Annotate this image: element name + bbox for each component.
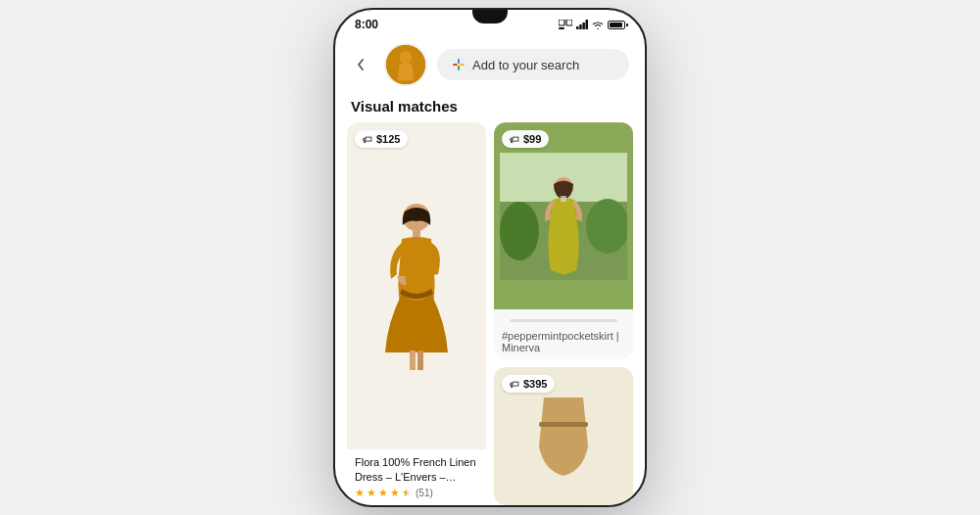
svg-point-20 (500, 202, 539, 260)
svg-rect-3 (576, 26, 579, 29)
results-grid: 🏷 $125 Flora 100% French Linen Dress – L… (335, 122, 645, 505)
svg-point-8 (400, 51, 413, 64)
svg-rect-26 (539, 422, 588, 427)
status-icons (559, 20, 625, 29)
section-title: Visual matches (335, 94, 645, 122)
search-pill-label: Add to your search (472, 58, 579, 72)
svg-rect-9 (458, 59, 460, 64)
battery-icon (608, 21, 625, 29)
svg-rect-11 (453, 64, 458, 66)
star-1: ★ (355, 487, 365, 499)
card-source-divider-area (494, 309, 633, 328)
svg-rect-2 (559, 27, 564, 29)
card-source-name-2: #peppermintpocketskirt | Minerva (494, 328, 633, 359)
add-to-search-pill[interactable]: Add to your search (437, 49, 629, 80)
price-badge-1: 🏷 $125 (355, 130, 408, 148)
phone-screen: 8:00 (335, 10, 645, 505)
card-image-2: 🏷 $99 (494, 122, 633, 309)
star-4: ★ (390, 487, 400, 499)
dress-illustration-1 (368, 196, 466, 377)
product-card-3[interactable]: 🏷 $395 (494, 367, 633, 505)
card-title-1: Flora 100% French Linen Dress – L'Envers… (355, 455, 478, 484)
card-image-1: 🏷 $125 (347, 122, 486, 449)
svg-rect-16 (410, 351, 416, 370)
svg-rect-1 (566, 20, 572, 25)
gallery-icon (559, 20, 572, 29)
svg-rect-5 (582, 23, 585, 29)
product-card-1[interactable]: 🏷 $125 Flora 100% French Linen Dress – L… (347, 122, 486, 505)
dress-illustration-3 (500, 398, 627, 476)
review-count-1: (51) (416, 488, 433, 498)
dress-illustration-2 (500, 153, 627, 280)
star-3: ★ (378, 487, 388, 499)
card-info-1: Flora 100% French Linen Dress – L'Envers… (347, 449, 486, 505)
notch (472, 10, 508, 23)
back-button[interactable] (347, 51, 374, 78)
svg-rect-24 (561, 196, 566, 202)
product-card-2[interactable]: 🏷 $99 #peppermintpocketskirt | Minerva (494, 122, 633, 359)
card-stars-1: ★ ★ ★ ★ ★ ★ (51) (355, 487, 478, 499)
top-bar: Add to your search (335, 35, 645, 94)
avatar (384, 43, 427, 86)
svg-rect-6 (586, 20, 589, 29)
source-divider-2 (510, 319, 617, 322)
svg-rect-10 (458, 66, 460, 70)
svg-rect-17 (417, 351, 423, 370)
phone-mockup: 8:00 (333, 8, 647, 507)
svg-rect-0 (559, 20, 564, 25)
status-time: 8:00 (355, 18, 378, 31)
signal-icon (576, 20, 588, 29)
star-5: ★ ★ (402, 487, 412, 499)
star-2: ★ (367, 487, 376, 499)
wifi-icon (592, 21, 604, 29)
svg-rect-4 (579, 24, 582, 29)
card-image-3: 🏷 $395 (494, 367, 633, 505)
svg-rect-12 (460, 64, 465, 66)
svg-point-21 (586, 199, 627, 254)
tag-icon-3: 🏷 (510, 379, 519, 390)
tag-icon-1: 🏷 (363, 134, 372, 145)
plus-colored-icon (451, 57, 466, 72)
price-badge-3: 🏷 $395 (502, 375, 555, 393)
tag-icon-2: 🏷 (510, 134, 519, 145)
price-badge-2: 🏷 $99 (502, 130, 549, 148)
phone-frame: 8:00 (333, 8, 647, 507)
